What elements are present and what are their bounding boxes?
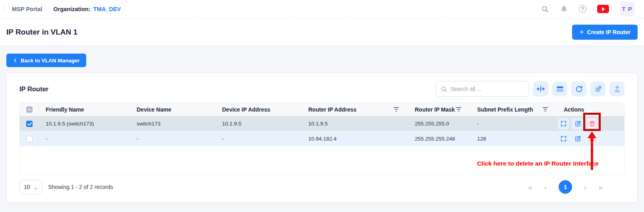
pagination-last-icon[interactable]: » — [598, 183, 603, 191]
column-resize-button[interactable] — [533, 81, 548, 96]
column-header-device-name: Device Name — [130, 103, 215, 116]
column-header-router-mask: Router IP Mask — [408, 103, 470, 116]
device-ip-cell: 10.1.9.5 — [215, 116, 302, 131]
create-ip-router-button[interactable]: + Create IP Router — [572, 25, 638, 40]
row-checkbox[interactable] — [26, 136, 33, 142]
external-link-icon — [594, 85, 602, 93]
user-avatar[interactable]: T P — [620, 2, 634, 16]
router-ip-cell: 10.94.182.4 — [302, 131, 408, 146]
create-ip-router-label: Create IP Router — [587, 29, 630, 35]
avatar-initials: T P — [622, 6, 632, 12]
export-button[interactable] — [609, 81, 625, 96]
router-ip-cell: 10.1.9.5 — [302, 116, 408, 131]
plus-icon: + — [579, 28, 584, 36]
refresh-button[interactable] — [571, 81, 586, 96]
youtube-play-triangle — [602, 7, 605, 11]
friendly-name-cell: - — [39, 131, 130, 146]
header-checkbox-cell — [20, 103, 39, 116]
delete-row-button[interactable] — [586, 118, 598, 129]
showing-records-text: Showing 1 - 2 of 2 records — [48, 184, 113, 190]
device-name-cell: - — [130, 131, 215, 146]
annotation-text: Click here to delete an IP Router Interf… — [477, 160, 599, 167]
organization-link[interactable]: TMA_DEV — [93, 6, 121, 12]
notifications-bell-icon[interactable] — [560, 5, 568, 13]
table-row[interactable]: - - - 10.94.182.4 255.255.255.248 128 — [20, 131, 624, 146]
edit-row-button[interactable] — [572, 118, 583, 129]
device-ip-cell: - — [215, 131, 302, 146]
chevron-left-icon — [13, 58, 17, 63]
brand-label: MSP Portal — [12, 6, 42, 12]
back-button-label: Back to VLAN Manager — [21, 58, 80, 64]
subnet-prefix-cell: - — [470, 116, 557, 131]
column-header-router-mask-label: Router IP Mask — [415, 106, 455, 113]
column-resize-icon — [536, 85, 545, 93]
trash-icon — [589, 135, 596, 142]
search-input[interactable] — [451, 86, 524, 92]
actions-cell — [557, 116, 624, 131]
search-input-icon — [441, 86, 447, 93]
open-external-button[interactable] — [590, 81, 605, 96]
columns-button[interactable] — [552, 81, 567, 96]
sidebar-edge — [0, 2, 4, 14]
youtube-icon[interactable] — [597, 5, 609, 13]
filter-icon[interactable] — [456, 107, 462, 112]
edit-icon — [574, 120, 581, 127]
friendly-name-cell: 10.1.9.5 (switch173) — [39, 116, 130, 131]
table-header-row: Friendly Name Device Name Device IP Addr… — [20, 103, 624, 116]
page-size-select[interactable]: 10 ⌄ — [19, 180, 43, 194]
upload-icon — [613, 85, 621, 93]
back-to-vlan-manager-button[interactable]: Back to VLAN Manager — [6, 54, 86, 67]
filter-icon[interactable] — [393, 107, 399, 112]
device-name-cell: switch173 — [130, 116, 215, 131]
topbar-actions: ? T P — [541, 2, 634, 16]
columns-icon — [556, 85, 564, 93]
pagination-prev-icon[interactable]: ‹ — [544, 183, 547, 191]
router-mask-cell: 255.255.255.248 — [408, 131, 470, 146]
column-header-router-ip: Router IP Address — [302, 103, 408, 116]
subnet-prefix-cell: 128 — [470, 131, 557, 146]
filter-icon[interactable] — [542, 107, 548, 112]
page-header: IP Router in VLAN 1 + Create IP Router — [0, 18, 644, 46]
pagination-first-icon[interactable]: « — [528, 183, 532, 191]
expand-row-button[interactable] — [558, 133, 569, 145]
refresh-icon — [575, 85, 583, 93]
pagination-current-page[interactable]: 1 — [559, 180, 572, 194]
column-header-subnet-prefix-label: Subnet Prefix Length — [477, 106, 533, 113]
row-checkbox-cell — [20, 116, 39, 131]
router-mask-cell: 255.255.255.0 — [408, 116, 470, 131]
page-title: IP Router in VLAN 1 — [6, 28, 77, 37]
select-all-checkbox[interactable] — [26, 106, 33, 113]
search-box — [435, 81, 529, 97]
row-checkbox[interactable] — [26, 121, 33, 127]
panel-header: IP Router — [19, 81, 625, 97]
panel-title: IP Router — [19, 85, 48, 93]
column-header-subnet-prefix: Subnet Prefix Length — [470, 103, 557, 116]
edit-row-button[interactable] — [572, 133, 583, 145]
expand-icon — [560, 120, 567, 127]
actions-cell — [557, 131, 624, 146]
expand-row-button[interactable] — [558, 118, 569, 129]
expand-icon — [560, 135, 567, 142]
row-checkbox-cell — [20, 131, 39, 146]
help-glyph: ? — [581, 6, 584, 12]
organization-label: Organization: — [53, 6, 90, 12]
column-header-device-ip: Device IP Address — [215, 103, 302, 116]
topbar: MSP Portal Organization: TMA_DEV ? T P — [0, 0, 644, 18]
column-header-router-ip-label: Router IP Address — [308, 106, 356, 113]
search-icon[interactable] — [541, 5, 549, 13]
column-header-friendly-name: Friendly Name — [39, 103, 130, 116]
ip-router-panel: IP Router — [6, 73, 638, 202]
ip-router-table: Friendly Name Device Name Device IP Addr… — [19, 102, 625, 175]
table-row[interactable]: 10.1.9.5 (switch173) switch173 10.1.9.5 … — [20, 116, 624, 131]
pagination-next-icon[interactable]: › — [584, 183, 586, 191]
help-icon[interactable]: ? — [579, 5, 586, 13]
pagination: « ‹ 1 › » — [528, 180, 603, 194]
page-content: Back to VLAN Manager IP Router — [0, 46, 644, 202]
delete-row-button[interactable] — [586, 133, 598, 145]
chevron-down-icon: ⌄ — [33, 185, 39, 189]
column-header-actions: Actions — [557, 103, 624, 116]
table-footer: 10 ⌄ Showing 1 - 2 of 2 records « ‹ 1 › … — [19, 180, 625, 194]
panel-toolbar — [435, 81, 625, 97]
edit-icon — [574, 135, 581, 142]
trash-icon — [589, 120, 596, 127]
